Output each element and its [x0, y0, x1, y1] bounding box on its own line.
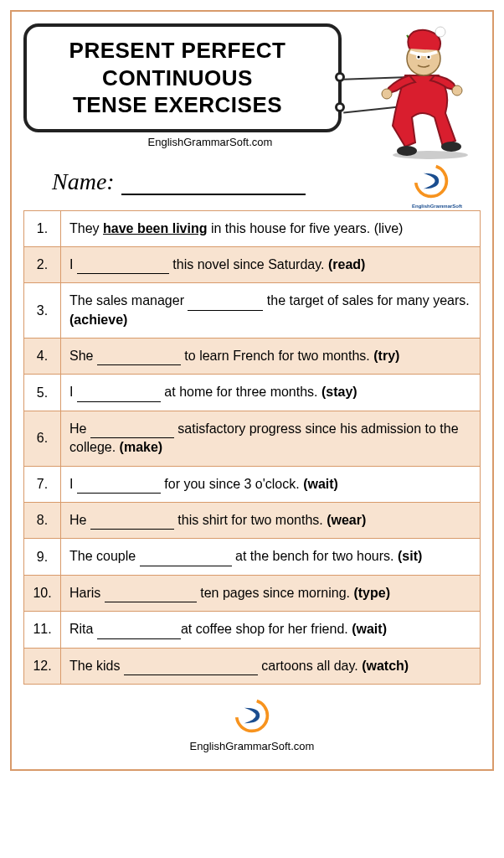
verb-hint: (sit): [398, 549, 422, 563]
answer-blank[interactable]: [188, 310, 263, 311]
sentence-pre: I: [69, 477, 77, 491]
table-row: 2.I this novel since Saturday. (read): [24, 246, 481, 282]
sentence-pre: She: [69, 349, 97, 363]
exercise-sentence: I at home for three months. (stay): [61, 375, 481, 411]
exercise-sentence: The kids cartoons all day. (watch): [61, 648, 481, 684]
exercise-table: 1.They have been living in this house fo…: [23, 210, 481, 685]
svg-point-10: [435, 27, 445, 37]
sentence-pre: The couple: [69, 549, 140, 563]
cartoon-character-icon: [347, 17, 489, 159]
verb-hint: (type): [353, 586, 390, 600]
table-row: 3.The sales manager the target of sales …: [24, 283, 481, 339]
sentence-post: cartoons all day.: [258, 659, 362, 673]
svg-point-4: [452, 85, 462, 96]
exercise-number: 12.: [24, 648, 61, 684]
sentence-post: for you since 3 o'clock.: [161, 477, 303, 491]
title-line-1: PRESENT PERFECT: [69, 38, 286, 63]
svg-point-11: [416, 165, 447, 196]
answer-blank[interactable]: [77, 401, 161, 402]
exercise-number: 4.: [24, 339, 61, 375]
table-row: 12.The kids cartoons all day. (watch): [24, 648, 481, 684]
exercise-number: 1.: [24, 210, 61, 246]
exercise-number: 11.: [24, 612, 61, 648]
verb-hint: (wait): [352, 622, 387, 636]
name-label: Name:: [52, 168, 115, 195]
exercise-number: 9.: [24, 539, 61, 575]
table-row: 4.She to learn French for two months. (t…: [24, 339, 481, 375]
svg-point-3: [382, 89, 392, 99]
verb-hint: (read): [328, 257, 365, 271]
exercise-sentence: Rita at coffee shop for her friend. (wai…: [61, 612, 481, 648]
verb-hint: (stay): [321, 385, 357, 399]
example-answer: have been living: [103, 221, 207, 235]
sentence-pre: I: [69, 385, 77, 399]
rope-knob-icon: [335, 102, 345, 112]
answer-blank[interactable]: [97, 364, 181, 365]
sentence-post: the target of sales for many years.: [263, 293, 469, 308]
table-row: 9.The couple at the bench for two hours.…: [24, 539, 481, 575]
sentence-post: at home for three months.: [161, 385, 321, 399]
exercise-sentence: She to learn French for two months. (try…: [61, 339, 481, 375]
footer: EnglishGrammarSoft.com: [23, 696, 481, 752]
answer-blank[interactable]: [97, 638, 181, 639]
table-row: 8.He this shirt for two months. (wear): [24, 503, 481, 539]
exercise-sentence: I this novel since Saturday. (read): [61, 246, 481, 282]
sentence-post: this novel since Saturday.: [169, 257, 328, 271]
answer-blank[interactable]: [140, 566, 232, 566]
exercise-number: 2.: [24, 246, 61, 282]
verb-hint: (achieve): [69, 313, 127, 327]
footer-logo: [23, 696, 481, 738]
exercise-sentence: I for you since 3 o'clock. (wait): [61, 466, 481, 502]
worksheet-page: PRESENT PERFECT CONTINUOUS TENSE EXERCIS…: [10, 10, 494, 771]
verb-hint: (wear): [327, 513, 366, 527]
answer-blank[interactable]: [124, 675, 258, 675]
table-row: 7.I for you since 3 o'clock. (wait): [24, 466, 481, 502]
verb-hint: (live): [374, 221, 404, 235]
answer-blank[interactable]: [77, 273, 169, 274]
answer-blank[interactable]: [90, 437, 174, 438]
exercise-sentence: He satisfactory progress since his admis…: [61, 411, 481, 466]
verb-hint: (wait): [303, 477, 338, 491]
sentence-post: at the bench for two hours.: [232, 549, 398, 563]
answer-blank[interactable]: [77, 493, 161, 494]
sentence-pre: The sales manager: [69, 293, 188, 308]
title-line-2: CONTINUOUS: [102, 65, 253, 90]
table-row: 6.He satisfactory progress since his adm…: [24, 411, 481, 466]
worksheet-title: PRESENT PERFECT CONTINUOUS TENSE EXERCIS…: [42, 37, 313, 119]
table-row: 11.Rita at coffee shop for her friend. (…: [24, 612, 481, 648]
exercise-number: 8.: [24, 503, 61, 539]
svg-point-9: [428, 56, 430, 59]
svg-point-7: [418, 56, 420, 59]
verb-hint: (try): [373, 349, 399, 363]
table-row: 5.I at home for three months. (stay): [24, 375, 481, 411]
verb-hint: (watch): [362, 659, 409, 673]
svg-point-1: [397, 146, 417, 156]
sentence-post: ten pages since morning.: [197, 586, 354, 600]
sentence-pre: Rita: [69, 622, 97, 636]
answer-blank[interactable]: [105, 602, 197, 602]
sentence-pre: Haris: [69, 586, 105, 600]
sentence-post: at coffee shop for her friend.: [181, 622, 352, 636]
brand-logo: EnglishGrammarSoft: [412, 162, 462, 209]
sentence-pre: He: [69, 513, 90, 527]
exercise-sentence: The sales manager the target of sales fo…: [61, 283, 481, 339]
sentence-post: in this house for five years.: [208, 221, 374, 235]
exercise-sentence: They have been living in this house for …: [61, 210, 481, 246]
sentence-pre: I: [69, 257, 77, 271]
answer-blank[interactable]: [90, 529, 174, 530]
sentence-pre: They: [69, 221, 103, 235]
svg-point-12: [237, 700, 268, 731]
sentence-post: to learn French for two months.: [181, 349, 373, 363]
exercise-number: 7.: [24, 466, 61, 502]
table-row: 10.Haris ten pages since morning. (type): [24, 575, 481, 611]
name-input-line[interactable]: [121, 178, 306, 195]
verb-hint: (make): [120, 440, 163, 454]
svg-point-2: [441, 142, 461, 152]
sentence-pre: He: [69, 421, 90, 436]
logo-label: EnglishGrammarSoft: [412, 204, 462, 209]
exercise-number: 10.: [24, 575, 61, 611]
sentence-pre: The kids: [69, 659, 124, 673]
exercise-number: 5.: [24, 375, 61, 411]
exercise-sentence: The couple at the bench for two hours. (…: [61, 539, 481, 575]
title-line-3: TENSE EXERCISES: [73, 92, 282, 117]
